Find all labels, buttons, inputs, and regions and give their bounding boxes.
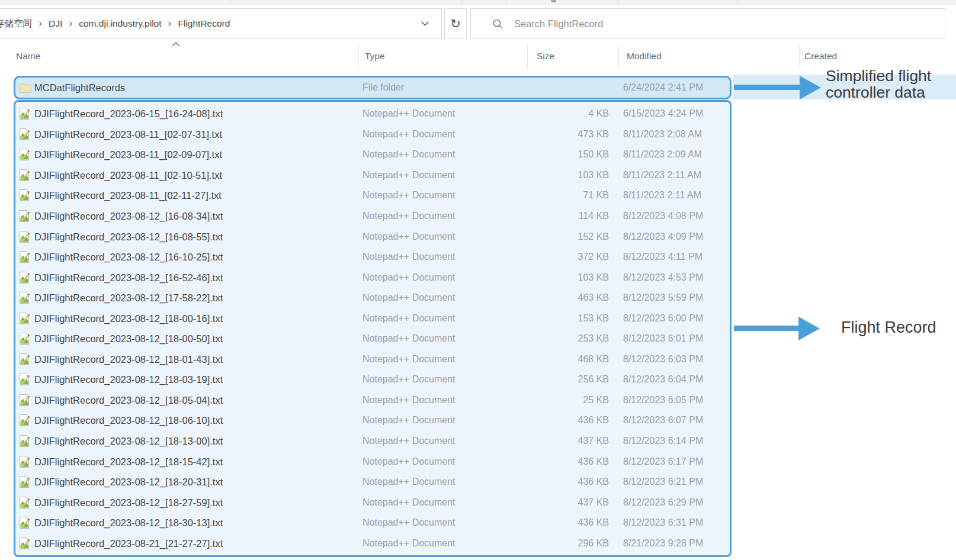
annotation-arrowhead-flight-record xyxy=(798,317,820,340)
file-name: DJIFlightRecord_2023-06-15_[16-24-08].tx… xyxy=(34,108,223,120)
notepadpp-file-icon xyxy=(19,250,30,263)
breadcrumb-item-industry-pilot[interactable]: com.dji.industry.pilot xyxy=(79,18,161,29)
search-input[interactable] xyxy=(513,18,945,30)
file-type: Notepad++ Document xyxy=(362,333,455,344)
column-header-modified[interactable]: Modified xyxy=(627,51,662,62)
file-row[interactable]: DJIFlightRecord_2023-08-12_[17-58-22].tx… xyxy=(15,288,730,308)
file-type: Notepad++ Document xyxy=(362,395,455,405)
file-row[interactable]: DJIFlightRecord_2023-08-21_[21-27-27].tx… xyxy=(15,533,730,553)
column-divider[interactable] xyxy=(618,45,619,69)
notepadpp-file-icon xyxy=(19,496,30,509)
file-list: DJIFlightRecord_2023-06-15_[16-24-08].tx… xyxy=(14,100,732,557)
file-type: Notepad++ Document xyxy=(362,313,455,324)
notepadpp-file-icon xyxy=(19,291,30,304)
file-name: DJIFlightRecord_2023-08-12_[18-03-19].tx… xyxy=(34,374,223,385)
file-row[interactable]: DJIFlightRecord_2023-08-11_[02-07-31].tx… xyxy=(15,124,730,145)
file-name: DJIFlightRecord_2023-08-12_[18-00-50].tx… xyxy=(34,333,223,345)
column-header-name[interactable]: Name xyxy=(16,51,40,62)
file-name: DJIFlightRecord_2023-08-12_[18-05-04].tx… xyxy=(34,394,223,405)
file-size: 436 KB xyxy=(517,415,609,426)
folder-type: File folder xyxy=(362,82,404,93)
breadcrumb-item-flightrecord[interactable]: FlightRecord xyxy=(178,18,230,29)
file-size: 437 KB xyxy=(517,497,609,508)
column-header-size[interactable]: Size xyxy=(537,51,554,62)
file-name: DJIFlightRecord_2023-08-12_[16-08-34].tx… xyxy=(34,211,223,222)
file-row[interactable]: DJIFlightRecord_2023-08-11_[02-11-27].tx… xyxy=(15,185,730,206)
file-size: 71 KB xyxy=(517,190,609,201)
file-modified: 8/12/2023 6:21 PM xyxy=(623,477,703,487)
chevron-right-icon: › xyxy=(69,18,72,28)
sort-ascending-icon[interactable] xyxy=(172,42,180,47)
file-size: 152 KB xyxy=(517,231,609,242)
breadcrumb-item-dji[interactable]: DJI xyxy=(49,18,62,29)
file-size: 473 KB xyxy=(517,129,609,140)
search-box[interactable] xyxy=(470,8,945,39)
file-size: 253 KB xyxy=(517,333,609,344)
file-row[interactable]: DJIFlightRecord_2023-08-12_[16-10-25].tx… xyxy=(15,247,730,268)
file-modified: 8/12/2023 5:59 PM xyxy=(623,292,703,303)
file-name: DJIFlightRecord_2023-08-12_[16-52-46].tx… xyxy=(34,272,223,283)
file-type: Notepad++ Document xyxy=(362,415,455,426)
refresh-button[interactable]: ↻ xyxy=(444,8,467,39)
chevron-right-icon: › xyxy=(39,18,42,28)
column-header-type[interactable]: Type xyxy=(365,51,385,62)
column-divider[interactable] xyxy=(799,45,800,69)
file-row[interactable]: DJIFlightRecord_2023-08-11_[02-09-07].tx… xyxy=(15,144,730,165)
file-row[interactable]: DJIFlightRecord_2023-08-11_[02-10-51].tx… xyxy=(15,165,730,186)
column-header-created[interactable]: Created xyxy=(804,51,837,62)
file-name: DJIFlightRecord_2023-08-12_[17-58-22].tx… xyxy=(34,292,223,304)
file-row[interactable]: DJIFlightRecord_2023-08-12_[18-00-50].tx… xyxy=(15,329,730,349)
file-modified: 8/12/2023 6:17 PM xyxy=(623,456,703,467)
file-row[interactable]: DJIFlightRecord_2023-08-12_[18-06-10].tx… xyxy=(15,410,730,431)
file-name: DJIFlightRecord_2023-08-12_[18-00-16].tx… xyxy=(34,313,223,324)
annotation-arrow-simplified xyxy=(734,85,801,90)
file-type: Notepad++ Document xyxy=(362,517,455,528)
file-modified: 8/11/2023 2:08 AM xyxy=(623,129,702,140)
file-size: 372 KB xyxy=(517,252,609,262)
file-type: Notepad++ Document xyxy=(362,149,455,160)
file-name: DJIFlightRecord_2023-08-11_[02-07-31].tx… xyxy=(34,128,222,140)
file-row[interactable]: DJIFlightRecord_2023-08-12_[16-08-34].tx… xyxy=(15,206,730,227)
file-row[interactable]: DJIFlightRecord_2023-06-15_[16-24-08].tx… xyxy=(15,104,730,124)
notepadpp-file-icon xyxy=(19,148,30,161)
file-size: 4 KB xyxy=(517,108,609,119)
column-divider[interactable] xyxy=(358,45,359,69)
file-row[interactable]: DJIFlightRecord_2023-08-12_[18-27-59].tx… xyxy=(15,492,730,513)
file-name: DJIFlightRecord_2023-08-12_[18-27-59].tx… xyxy=(34,497,223,508)
file-size: 437 KB xyxy=(517,436,609,446)
notepadpp-file-icon xyxy=(19,271,30,284)
file-row[interactable]: DJIFlightRecord_2023-08-12_[18-20-31].tx… xyxy=(15,472,730,493)
notepadpp-file-icon xyxy=(19,516,30,529)
file-name: DJIFlightRecord_2023-08-12_[16-08-55].tx… xyxy=(34,231,223,242)
file-row[interactable]: DJIFlightRecord_2023-08-12_[16-08-55].tx… xyxy=(15,226,730,247)
file-row[interactable]: DJIFlightRecord_2023-08-12_[18-01-43].tx… xyxy=(15,349,730,370)
notepadpp-file-icon xyxy=(19,414,30,427)
file-row[interactable]: DJIFlightRecord_2023-08-12_[18-03-19].tx… xyxy=(15,369,730,390)
file-row[interactable]: DJIFlightRecord_2023-08-12_[18-00-16].tx… xyxy=(15,308,730,329)
notepadpp-file-icon xyxy=(19,107,30,120)
notepadpp-file-icon xyxy=(19,210,30,223)
file-modified: 8/12/2023 6:14 PM xyxy=(623,436,703,446)
breadcrumb-item-storage[interactable]: 存储空间 xyxy=(0,18,32,30)
column-divider[interactable] xyxy=(527,45,528,69)
file-name: DJIFlightRecord_2023-08-21_[21-27-27].tx… xyxy=(34,538,223,549)
file-modified: 8/12/2023 6:31 PM xyxy=(623,517,703,528)
file-row[interactable]: DJIFlightRecord_2023-08-12_[18-05-04].tx… xyxy=(15,390,730,411)
notepadpp-file-icon xyxy=(19,128,30,141)
file-size: 114 KB xyxy=(517,211,609,221)
file-type: Notepad++ Document xyxy=(362,272,455,283)
file-size: 436 KB xyxy=(517,477,609,487)
file-name: DJIFlightRecord_2023-08-12_[18-30-13].tx… xyxy=(34,517,223,529)
file-row[interactable]: DJIFlightRecord_2023-08-12_[18-13-00].tx… xyxy=(15,431,730,452)
address-bar[interactable]: 存储空间 › DJI › com.dji.industry.pilot › Fl… xyxy=(0,8,442,39)
file-row[interactable]: DJIFlightRecord_2023-08-12_[18-30-13].tx… xyxy=(15,513,730,533)
file-row[interactable]: DJIFlightRecord_2023-08-12_[16-52-46].tx… xyxy=(15,267,730,288)
file-row[interactable]: DJIFlightRecord_2023-08-12_[18-15-42].tx… xyxy=(15,451,730,472)
file-type: Notepad++ Document xyxy=(362,538,455,549)
folder-row-mcdatflightrecords[interactable]: MCDatFlightRecords File folder 6/24/2024… xyxy=(14,76,732,99)
file-size: 153 KB xyxy=(517,313,609,324)
file-modified: 8/12/2023 6:05 PM xyxy=(623,395,703,405)
chevron-down-icon[interactable] xyxy=(421,21,429,27)
notepadpp-file-icon xyxy=(19,189,30,202)
file-name: DJIFlightRecord_2023-08-12_[18-13-00].tx… xyxy=(34,436,223,447)
